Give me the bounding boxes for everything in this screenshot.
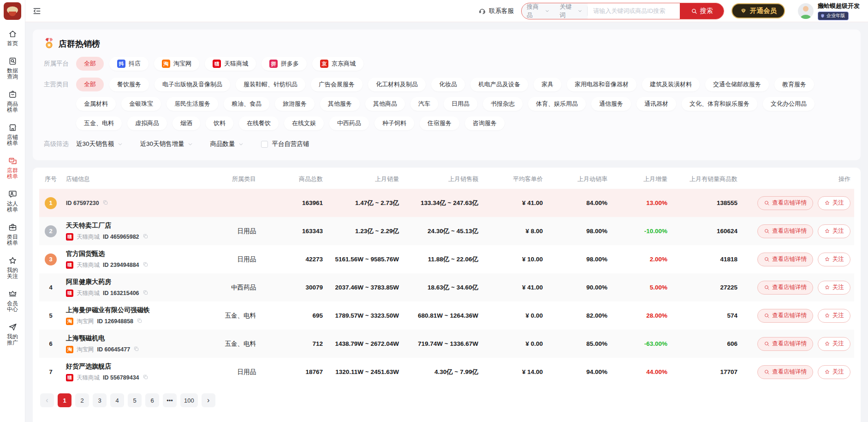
- platform-filter-taobao[interactable]: 淘淘宝网: [154, 57, 199, 71]
- category-filter[interactable]: 咨询服务: [465, 116, 505, 130]
- follow-store-button[interactable]: 关注: [818, 196, 850, 210]
- copy-id-icon[interactable]: [133, 346, 139, 353]
- sidebar-item-shop-group-rank[interactable]: 店群榜单: [7, 156, 18, 180]
- pagination-page-button[interactable]: 6: [145, 393, 159, 407]
- category-filter[interactable]: 建筑及装潢材料: [642, 78, 700, 91]
- category-filter[interactable]: 粮油、食品: [224, 97, 269, 111]
- category-filter[interactable]: 烟酒: [172, 116, 200, 130]
- category-filter[interactable]: 体育、娱乐用品: [528, 97, 586, 111]
- category-filter[interactable]: 其他商品: [365, 97, 405, 111]
- copy-id-icon[interactable]: [137, 318, 143, 325]
- category-filter[interactable]: 金属材料: [76, 97, 116, 111]
- advanced-sort-dropdown[interactable]: 近30天销售额: [76, 137, 123, 151]
- category-filter[interactable]: 交通仓储邮政服务: [705, 78, 769, 91]
- follow-store-button[interactable]: 关注: [818, 365, 850, 379]
- view-store-detail-button[interactable]: 查看店铺详情: [757, 309, 813, 323]
- category-filter[interactable]: 通讯器材: [636, 97, 676, 111]
- category-filter[interactable]: 居民生活服务: [166, 97, 218, 111]
- category-filter[interactable]: 在线餐饮: [239, 116, 279, 130]
- self-operated-filter[interactable]: 平台自营店铺: [261, 137, 309, 151]
- open-vip-button[interactable]: 开通会员: [731, 3, 785, 18]
- copy-id-icon[interactable]: [143, 289, 149, 297]
- self-operated-checkbox[interactable]: [261, 141, 268, 148]
- follow-store-button[interactable]: 关注: [818, 337, 850, 351]
- category-filter[interactable]: 旅游服务: [275, 97, 315, 111]
- store-name[interactable]: 阿里健康大药房: [66, 278, 215, 286]
- category-filter[interactable]: 电子出版物及音像制品: [155, 78, 230, 91]
- copy-id-icon[interactable]: [143, 261, 149, 269]
- sidebar-item-promotion[interactable]: 我的推广: [7, 322, 18, 346]
- store-name[interactable]: 上海颚磁机电: [66, 334, 215, 343]
- platform-filter-all[interactable]: 全部: [76, 57, 104, 71]
- follow-store-button[interactable]: 关注: [818, 224, 850, 238]
- category-filter[interactable]: 家具: [534, 78, 561, 91]
- search-button[interactable]: 搜索: [680, 3, 724, 19]
- category-filter[interactable]: 金银珠宝: [121, 97, 161, 111]
- category-filter[interactable]: 其他服务: [320, 97, 360, 111]
- category-filter[interactable]: 全部: [76, 78, 104, 91]
- category-filter[interactable]: 文化办公用品: [763, 97, 814, 111]
- store-name[interactable]: 官方国货甄选: [66, 250, 215, 258]
- category-filter[interactable]: 通信服务: [591, 97, 631, 111]
- sidebar-item-data-search[interactable]: 数据查询: [7, 56, 18, 80]
- pagination-page-button[interactable]: 4: [110, 393, 124, 407]
- search-input[interactable]: [588, 3, 680, 19]
- pagination-prev-button[interactable]: ‹: [40, 393, 54, 407]
- category-filter[interactable]: 机电产品及设备: [470, 78, 528, 91]
- search-scope-dropdown[interactable]: 搜商品: [522, 3, 554, 19]
- category-filter[interactable]: 饮料: [206, 116, 233, 130]
- sidebar-item-category-rank[interactable]: 类目榜单: [7, 223, 18, 246]
- category-filter[interactable]: 汽车: [410, 97, 438, 111]
- category-filter[interactable]: 种子饲料: [375, 116, 414, 130]
- category-filter[interactable]: 家用电器和音像器材: [567, 78, 636, 91]
- category-filter[interactable]: 中西药品: [329, 116, 369, 130]
- copy-id-icon[interactable]: [143, 374, 149, 381]
- category-filter[interactable]: 化工材料及制品: [368, 78, 426, 91]
- sidebar-item-shop-rank[interactable]: 店铺榜单: [7, 123, 18, 146]
- follow-store-button[interactable]: 关注: [818, 281, 850, 295]
- view-store-detail-button[interactable]: 查看店铺详情: [757, 337, 813, 351]
- copy-id-icon[interactable]: [143, 233, 149, 241]
- category-filter[interactable]: 化妆品: [431, 78, 465, 91]
- view-store-detail-button[interactable]: 查看店铺详情: [757, 281, 813, 295]
- sidebar-item-home[interactable]: 首页: [7, 29, 18, 47]
- store-name[interactable]: 天天特卖工厂店: [66, 222, 215, 230]
- category-filter[interactable]: 五金、电料: [76, 116, 122, 130]
- advanced-sort-dropdown[interactable]: 商品数量: [210, 137, 244, 151]
- platform-filter-tmall[interactable]: 猫天猫商城: [205, 57, 256, 71]
- category-filter[interactable]: 书报杂志: [483, 97, 523, 111]
- view-store-detail-button[interactable]: 查看店铺详情: [757, 253, 813, 266]
- follow-store-button[interactable]: 关注: [818, 253, 850, 266]
- category-filter[interactable]: 餐饮服务: [109, 78, 149, 91]
- collapse-sidebar-icon[interactable]: [31, 5, 43, 17]
- pagination-page-button[interactable]: 1: [58, 393, 71, 407]
- pagination-page-button[interactable]: 5: [128, 393, 142, 407]
- pagination-next-button[interactable]: ›: [202, 393, 215, 407]
- pagination-page-button[interactable]: 3: [93, 393, 107, 407]
- view-store-detail-button[interactable]: 查看店铺详情: [757, 224, 813, 238]
- platform-filter-jd[interactable]: 京京东商城: [312, 57, 363, 71]
- category-filter[interactable]: 广告会展服务: [311, 78, 363, 91]
- view-store-detail-button[interactable]: 查看店铺详情: [757, 365, 813, 379]
- app-logo[interactable]: [4, 2, 21, 20]
- category-filter[interactable]: 住宿服务: [420, 116, 459, 130]
- follow-store-button[interactable]: 关注: [818, 309, 850, 323]
- sidebar-item-product-rank[interactable]: 商品榜单: [7, 90, 18, 113]
- user-avatar[interactable]: [798, 3, 814, 19]
- category-filter[interactable]: 在线文娱: [284, 116, 324, 130]
- store-name[interactable]: 上海曼伊磁业有限公司强磁铁: [66, 306, 215, 314]
- platform-filter-douyin[interactable]: 抖抖店: [109, 57, 149, 71]
- advanced-sort-dropdown[interactable]: 近30天销售增量: [140, 137, 193, 151]
- pagination-page-button[interactable]: 100: [180, 393, 198, 407]
- view-store-detail-button[interactable]: 查看店铺详情: [757, 196, 813, 210]
- category-filter[interactable]: 日用品: [444, 97, 477, 111]
- sidebar-item-star[interactable]: 我的关注: [7, 256, 18, 279]
- pagination-page-button[interactable]: 2: [75, 393, 89, 407]
- contact-support-button[interactable]: 联系客服: [478, 7, 514, 15]
- category-filter[interactable]: 虚拟商品: [127, 116, 167, 130]
- store-name[interactable]: 好货严选旗舰店: [66, 362, 215, 371]
- search-mode-dropdown[interactable]: 关键词: [554, 3, 587, 19]
- copy-id-icon[interactable]: [102, 199, 108, 207]
- category-filter[interactable]: 服装鞋帽、针纺织品: [236, 78, 305, 91]
- platform-filter-pdd[interactable]: 拼拼多多: [262, 57, 307, 71]
